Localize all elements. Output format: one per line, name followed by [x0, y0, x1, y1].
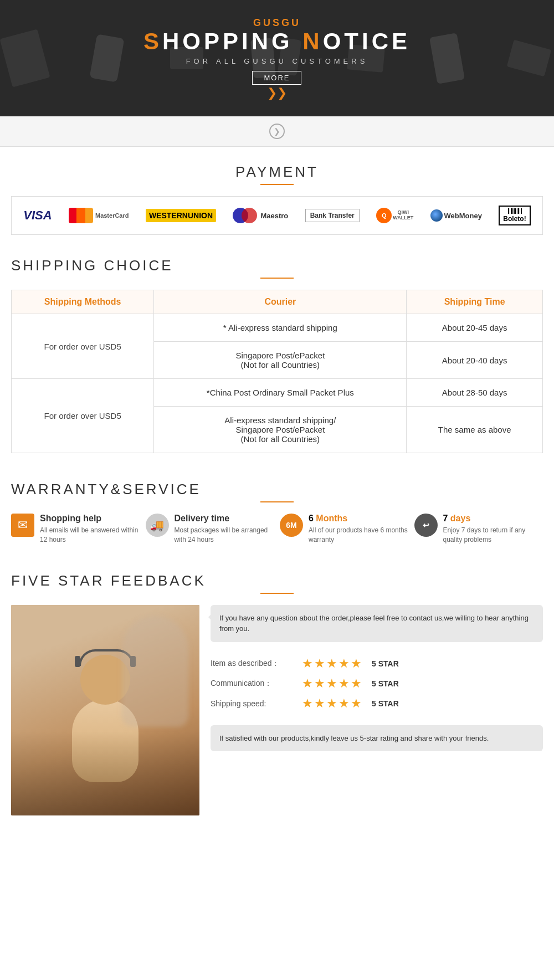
feedback-bottom-bubble: If satisfied with our products,kindly le… — [211, 725, 543, 752]
payment-underline — [260, 184, 294, 185]
warranty-text-return: 7 days Enjoy 7 days to return if any qua… — [443, 514, 543, 545]
star-4: ★ — [338, 676, 350, 691]
time-cell-3: About 28-50 days — [407, 379, 543, 407]
boleto-logo: Boleto! — [499, 206, 530, 225]
delivery-icon: 🚚 — [146, 514, 169, 537]
col-header-time: Shipping Time — [407, 290, 543, 314]
warranty-desc-shopping: All emails will be answered within 12 ho… — [40, 526, 140, 545]
feedback-bottom-message: If satisfied with our products,kindly le… — [219, 734, 489, 742]
courier-cell-3: *China Post Ordinary Small Packet Plus — [154, 379, 407, 407]
method-cell-2: For order over USD5 — [12, 379, 154, 453]
stars-communication: ★ ★ ★ ★ ★ — [302, 676, 362, 691]
webmoney-logo: WebMoney — [430, 209, 482, 222]
col-header-courier: Courier — [154, 290, 407, 314]
warranty-title: WARRANTY&SERVICE — [11, 481, 543, 498]
star-1: ★ — [302, 696, 313, 711]
feedback-speech-bubble: If you have any question about the order… — [211, 605, 543, 642]
ratings-table: Item as described： ★ ★ ★ ★ ★ 5 STAR Comm… — [211, 656, 543, 711]
warranty-title-shopping: Shopping help — [40, 514, 140, 524]
warranty-desc-months: All of our products have 6 months warran… — [309, 526, 409, 545]
warranty-section: WARRANTY&SERVICE ✉ Shopping help All ema… — [0, 464, 554, 556]
rating-value-described: 5 STAR — [372, 659, 399, 668]
col-header-methods: Shipping Methods — [12, 290, 154, 314]
star-1: ★ — [302, 656, 313, 671]
warranty-underline — [260, 501, 294, 502]
feedback-underline — [260, 593, 294, 594]
star-2: ★ — [314, 696, 325, 711]
rating-value-shipping: 5 STAR — [372, 699, 399, 708]
circle-down-icon: ❯ — [269, 124, 285, 139]
star-5: ★ — [351, 696, 362, 711]
method-cell-1: For order over USD5 — [12, 314, 154, 379]
chevron-down-icon: ❯❯ — [143, 87, 411, 99]
warranty-text-delivery: Delivery time Most packages will be arra… — [175, 514, 275, 545]
stars-shipping: ★ ★ ★ ★ ★ — [302, 696, 362, 711]
star-4: ★ — [338, 656, 350, 671]
star-2: ★ — [314, 656, 325, 671]
rating-label-shipping: Shipping speed: — [211, 699, 296, 708]
rating-value-communication: 5 STAR — [372, 679, 399, 688]
warranty-item-shopping: ✉ Shopping help All emails will be answe… — [11, 514, 140, 545]
western-union-logo: WESTERN UNION — [146, 209, 216, 223]
visa-logo: VISA — [23, 208, 52, 223]
star-5: ★ — [351, 656, 362, 671]
payment-title: PAYMENT — [11, 163, 543, 181]
shipping-table: Shipping Methods Courier Shipping Time F… — [11, 290, 543, 453]
rating-row-shipping: Shipping speed: ★ ★ ★ ★ ★ 5 STAR — [211, 696, 543, 711]
warranty-desc-return: Enjoy 7 days to return if any quality pr… — [443, 526, 543, 545]
warranty-text-months: 6 Months All of our products have 6 mont… — [309, 514, 409, 545]
return-icon: ↩ — [414, 514, 438, 537]
separator-strip: ❯ — [0, 116, 554, 147]
rating-label-communication: Communication： — [211, 679, 296, 689]
hero-content: GUSGU SHOPPING NOTICE FOR ALL GUSGU CUST… — [143, 17, 411, 99]
warranty-title-months: 6 Months — [309, 514, 409, 524]
star-3: ★ — [326, 656, 337, 671]
payment-section: PAYMENT VISA MasterCard WESTERN UNION Ma… — [0, 147, 554, 246]
rating-row-communication: Communication： ★ ★ ★ ★ ★ 5 STAR — [211, 676, 543, 691]
feedback-message: If you have any question about the order… — [219, 614, 529, 633]
warranty-items-container: ✉ Shopping help All emails will be answe… — [11, 514, 543, 545]
table-row: For order over USD5 * Ali-express standa… — [12, 314, 543, 342]
star-2: ★ — [314, 676, 325, 691]
payment-logos-container: VISA MasterCard WESTERN UNION Maestro Ba… — [11, 196, 543, 235]
warranty-title-delivery: Delivery time — [175, 514, 275, 524]
feedback-right-panel: If you have any question about the order… — [199, 605, 543, 815]
table-row: For order over USD5 *China Post Ordinary… — [12, 379, 543, 407]
courier-cell-4: Ali-express standard shipping/Singapore … — [154, 407, 407, 453]
time-cell-1: About 20-45 days — [407, 314, 543, 342]
feedback-image — [11, 605, 199, 815]
star-5: ★ — [351, 676, 362, 691]
warranty-item-return: ↩ 7 days Enjoy 7 days to return if any q… — [414, 514, 543, 545]
star-4: ★ — [338, 696, 350, 711]
star-3: ★ — [326, 696, 337, 711]
months-icon: 6M — [280, 514, 303, 537]
time-cell-2: About 20-40 days — [407, 342, 543, 379]
star-1: ★ — [302, 676, 313, 691]
warranty-item-months: 6M 6 Months All of our products have 6 m… — [280, 514, 409, 545]
boleto-barcode — [508, 208, 522, 214]
bank-transfer-logo: Bank Transfer — [305, 209, 360, 222]
stars-described: ★ ★ ★ ★ ★ — [302, 656, 362, 671]
maestro-logo: Maestro — [233, 208, 288, 223]
table-header-row: Shipping Methods Courier Shipping Time — [12, 290, 543, 314]
feedback-section: FIVE STAR FEEDBACK If you have any quest… — [0, 556, 554, 827]
more-button[interactable]: MORE — [252, 71, 301, 85]
qiwi-logo: Q QIWIWALLET — [376, 208, 413, 223]
shipping-underline — [260, 278, 294, 279]
hero-brand: GUSGU — [143, 17, 411, 29]
feedback-title: FIVE STAR FEEDBACK — [11, 572, 543, 589]
mastercard-logo: MasterCard — [69, 208, 129, 223]
warranty-title-return: 7 days — [443, 514, 543, 524]
courier-cell-1: * Ali-express standard shipping — [154, 314, 407, 342]
star-3: ★ — [326, 676, 337, 691]
courier-cell-2: Singapore Post/ePacket(Not for all Count… — [154, 342, 407, 379]
warranty-desc-delivery: Most packages will be arranged with 24 h… — [175, 526, 275, 545]
hero-title: SHOPPING NOTICE — [143, 29, 411, 54]
feedback-content: If you have any question about the order… — [11, 605, 543, 815]
email-icon: ✉ — [11, 514, 34, 537]
hero-subtitle: FOR ALL GUSGU CUSTOMERS — [143, 57, 411, 65]
customer-service-image — [11, 605, 199, 815]
rating-label-described: Item as described： — [211, 659, 296, 669]
rating-row-described: Item as described： ★ ★ ★ ★ ★ 5 STAR — [211, 656, 543, 671]
shipping-title: SHIPPING CHOICE — [11, 257, 543, 274]
